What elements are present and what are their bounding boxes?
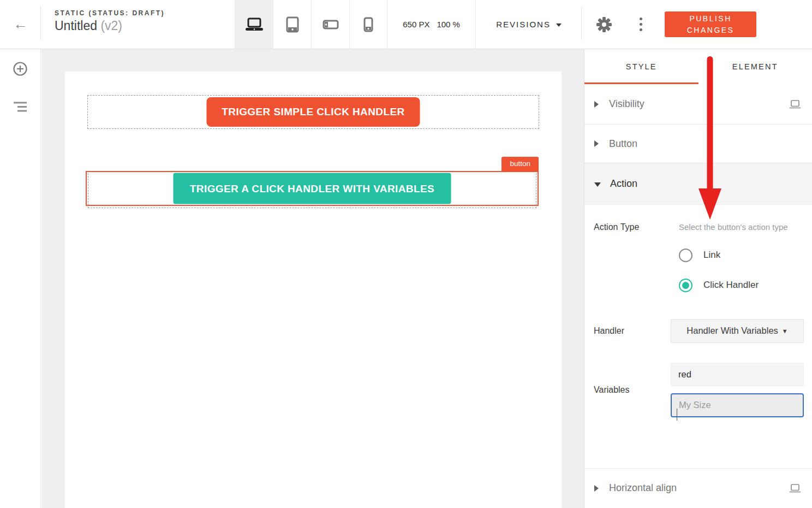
- device-phone-portrait-button[interactable]: [349, 0, 387, 49]
- section-visibility[interactable]: Visibility: [584, 84, 812, 125]
- section-button[interactable]: Button: [584, 125, 812, 163]
- publish-changes-button[interactable]: PUBLISH CHANGES: [665, 11, 756, 37]
- left-toolbar: [0, 49, 41, 508]
- add-element-button[interactable]: [13, 61, 28, 79]
- inspector-panel: STYLE ELEMENT Visibility Button Action A…: [584, 49, 812, 508]
- device-tablet-button[interactable]: [273, 0, 311, 49]
- selection-tag: button: [501, 157, 539, 171]
- tablet-icon: [286, 16, 299, 33]
- settings-button[interactable]: [582, 0, 626, 49]
- section-horizontal-align[interactable]: Horizontal align: [584, 468, 812, 507]
- chevron-right-icon: [594, 140, 599, 147]
- text-caret: [677, 409, 677, 421]
- radio-row-link[interactable]: Link: [671, 249, 804, 262]
- variables-label: Variables: [594, 385, 671, 395]
- action-type-label: Action Type: [594, 221, 671, 292]
- device-phone-landscape-button[interactable]: [311, 0, 349, 49]
- button-container-1[interactable]: TRIGGER SIMPLE CLICK HANDLER: [87, 95, 539, 129]
- chevron-right-icon: [594, 101, 599, 108]
- chevron-down-icon: [556, 23, 562, 27]
- radio-link[interactable]: [679, 249, 692, 262]
- dropdown-caret-icon: ▼: [782, 328, 788, 334]
- radio-row-click-handler[interactable]: Click Handler: [671, 279, 804, 292]
- zoom-level-label: 100 %: [437, 20, 460, 29]
- more-options-button[interactable]: [626, 0, 655, 49]
- chevron-down-icon: [594, 182, 601, 187]
- chevron-right-icon: [594, 485, 599, 492]
- variable-input-2[interactable]: [671, 393, 804, 417]
- layers-tree-icon: [13, 101, 27, 113]
- back-arrow-icon: ←: [13, 17, 28, 32]
- document-status: STATIC (STATUS: DRAFT): [55, 9, 165, 17]
- action-type-help: Select the button's action type: [671, 221, 799, 234]
- click-handler-with-variables-button[interactable]: TRIGGER A CLICK HANDLER WITH VARIABLES: [174, 173, 451, 204]
- editor-canvas: TRIGGER SIMPLE CLICK HANDLER button TRIG…: [41, 49, 584, 508]
- page-title: Untitled (v2): [55, 19, 165, 33]
- revisions-menu[interactable]: REVISIONS: [476, 0, 582, 49]
- simple-click-handler-button[interactable]: TRIGGER SIMPLE CLICK HANDLER: [207, 97, 420, 127]
- kebab-menu-icon: [640, 17, 642, 20]
- phone-portrait-icon: [363, 17, 373, 32]
- action-settings: Action Type Select the button's action t…: [584, 205, 812, 468]
- top-toolbar: ← STATIC (STATUS: DRAFT) Untitled (v2): [0, 0, 812, 49]
- viewport-size-indicator: 650 PX 100 %: [387, 0, 476, 49]
- add-element-icon: [13, 61, 28, 76]
- viewport-width-label: 650 PX: [403, 20, 429, 29]
- phone-landscape-icon: [323, 20, 339, 29]
- tab-element[interactable]: ELEMENT: [698, 49, 812, 84]
- back-button[interactable]: ←: [0, 0, 41, 49]
- gear-icon: [596, 16, 612, 33]
- monitor-icon[interactable]: [789, 100, 801, 109]
- tab-style[interactable]: STYLE: [584, 49, 698, 84]
- page-preview: TRIGGER SIMPLE CLICK HANDLER button TRIG…: [65, 72, 562, 508]
- radio-click-handler[interactable]: [679, 279, 692, 292]
- device-preview-switcher: [235, 0, 387, 49]
- handler-label: Handler: [594, 326, 671, 336]
- version-label: (v2): [100, 19, 122, 33]
- layers-tree-button[interactable]: [13, 101, 27, 115]
- variable-input-1[interactable]: [671, 363, 804, 386]
- laptop-icon: [244, 17, 264, 32]
- device-desktop-button[interactable]: [235, 0, 273, 49]
- section-action[interactable]: Action: [584, 163, 812, 205]
- handler-select[interactable]: Handler With Variables ▼: [671, 319, 804, 343]
- inspector-tabs: STYLE ELEMENT: [584, 49, 812, 84]
- selected-button-container[interactable]: button TRIGGER A CLICK HANDLER WITH VARI…: [86, 171, 539, 206]
- document-title-block: STATIC (STATUS: DRAFT) Untitled (v2): [41, 0, 165, 49]
- revisions-label: REVISIONS: [496, 20, 551, 29]
- monitor-icon[interactable]: [789, 484, 801, 493]
